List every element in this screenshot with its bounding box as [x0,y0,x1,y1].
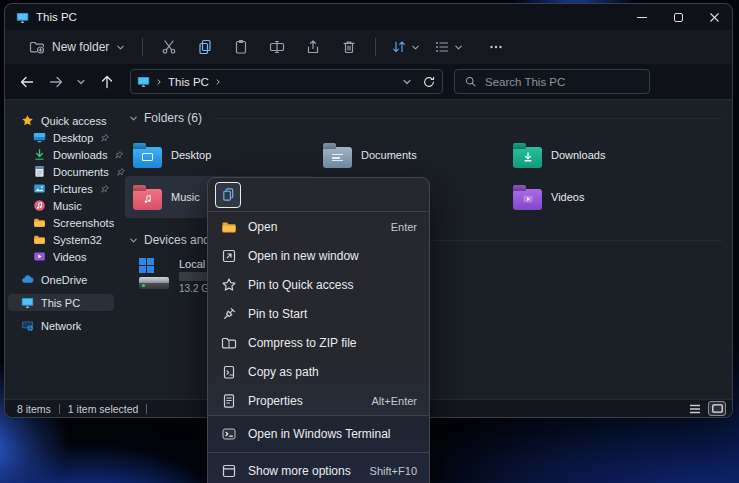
sidebar-item-system32[interactable]: System32 [8,231,114,248]
folder-tile-downloads[interactable]: Downloads [505,134,695,176]
music-icon [33,199,46,212]
address-dropdown-icon[interactable] [402,77,412,87]
minimize-button[interactable] [624,4,660,30]
folder-icon [33,216,46,229]
search-box[interactable]: Search This PC [454,69,650,94]
paste-button[interactable] [225,34,257,60]
sidebar-item-music[interactable]: Music [8,197,114,214]
ellipsis-icon [488,39,504,55]
menu-item-properties[interactable]: Properties Alt+Enter [208,386,429,415]
properties-icon [221,393,237,409]
folders-section-header[interactable]: Folders (6) [129,110,722,126]
back-icon [19,74,35,90]
menu-item-shortcut: Enter [391,221,417,233]
network-icon [21,319,34,332]
context-menu: Open Enter Open in new window Pin to Qui… [207,177,430,483]
maximize-button[interactable] [660,4,696,30]
address-bar[interactable]: This PC [130,69,443,94]
this-pc-icon [137,75,150,88]
hard-drive-icon [137,258,171,291]
zip-icon [221,335,237,351]
menu-item-show-more-options[interactable]: Show more options Shift+F10 [208,453,429,483]
paste-icon [233,39,249,55]
desktop-icon [33,131,46,144]
more-options-button[interactable] [480,34,512,60]
copy-button[interactable] [189,34,221,60]
cut-button[interactable] [153,34,185,60]
details-view-button[interactable] [686,401,704,416]
navigation-bar: This PC Search This PC [5,64,732,100]
breadcrumb-this-pc[interactable]: This PC [168,76,209,88]
chevron-down-icon [411,43,420,52]
recent-locations-button[interactable] [71,69,91,95]
sidebar-item-screenshots[interactable]: Screenshots [8,214,114,231]
folder-name: Desktop [171,149,211,161]
menu-item-copy-as-path[interactable]: Copy as path [208,357,429,386]
pin-icon [100,184,110,194]
menu-item-pin-quick-access[interactable]: Pin to Quick access [208,270,429,299]
refresh-icon[interactable] [422,75,436,89]
pin-icon [100,133,110,143]
sidebar-item-documents[interactable]: Documents [8,163,114,180]
collapse-chevron-icon [129,114,138,123]
new-folder-label: New folder [52,40,109,54]
forward-button[interactable] [42,69,69,95]
sidebar-item-pictures[interactable]: Pictures [8,180,114,197]
sidebar-item-network[interactable]: Network [8,317,114,334]
view-button[interactable] [429,34,468,60]
menu-item-pin-to-start[interactable]: Pin to Start [208,299,429,328]
folders-section-label: Folders (6) [144,111,202,125]
menu-item-label: Pin to Quick access [248,278,353,292]
sidebar-item-label: Pictures [53,183,93,195]
sidebar-item-label: Videos [53,251,86,263]
folder-tile-documents[interactable]: Documents [315,134,505,176]
delete-button[interactable] [333,34,365,60]
sidebar: Quick access Desktop Downloads Documents [5,100,117,399]
up-icon [99,74,115,90]
sidebar-item-onedrive[interactable]: OneDrive [8,271,114,288]
menu-item-open-windows-terminal[interactable]: Open in Windows Terminal [208,416,429,452]
titlebar: This PC [5,4,732,30]
folder-name: Videos [551,191,584,203]
folder-tile-videos[interactable]: Videos [505,176,695,218]
thumbnail-view-button[interactable] [708,401,726,416]
chevron-down-icon [116,43,125,52]
sidebar-item-desktop[interactable]: Desktop [8,129,114,146]
documents-folder-icon [323,147,352,168]
monitor-icon [21,296,34,309]
minimize-icon [637,17,647,18]
sidebar-item-label: Desktop [53,132,93,144]
pin-icon [221,306,237,322]
menu-item-shortcut: Alt+Enter [371,395,417,407]
sidebar-item-videos[interactable]: Videos [8,248,114,265]
copy-icon [221,187,236,202]
up-button[interactable] [93,69,120,95]
sidebar-item-this-pc[interactable]: This PC [8,294,114,311]
status-divider [146,404,147,414]
sort-button[interactable] [386,34,425,60]
menu-item-label: Pin to Start [248,307,307,321]
star-icon [21,114,34,127]
menu-item-open[interactable]: Open Enter [208,212,429,241]
menu-item-compress-zip[interactable]: Compress to ZIP file [208,328,429,357]
delete-icon [341,39,357,55]
folder-name: Documents [361,149,417,161]
desktop-folder-icon [133,147,162,168]
chevron-down-icon [454,43,463,52]
folder-tile-desktop[interactable]: Desktop [125,134,315,176]
menu-item-shortcut: Shift+F10 [370,465,417,477]
rename-button[interactable] [261,34,293,60]
new-folder-button[interactable]: New folder [22,34,132,60]
collapse-chevron-icon [129,236,138,245]
onedrive-icon [21,273,34,286]
share-button[interactable] [297,34,329,60]
window-title: This PC [36,11,77,23]
menu-item-open-new-window[interactable]: Open in new window [208,241,429,270]
status-divider [59,404,60,414]
menu-item-label: Copy as path [248,365,319,379]
sidebar-item-downloads[interactable]: Downloads [8,146,114,163]
back-button[interactable] [13,69,40,95]
close-button[interactable] [696,4,732,30]
quick-copy-button[interactable] [215,182,241,208]
sidebar-item-quick-access[interactable]: Quick access [8,112,114,129]
